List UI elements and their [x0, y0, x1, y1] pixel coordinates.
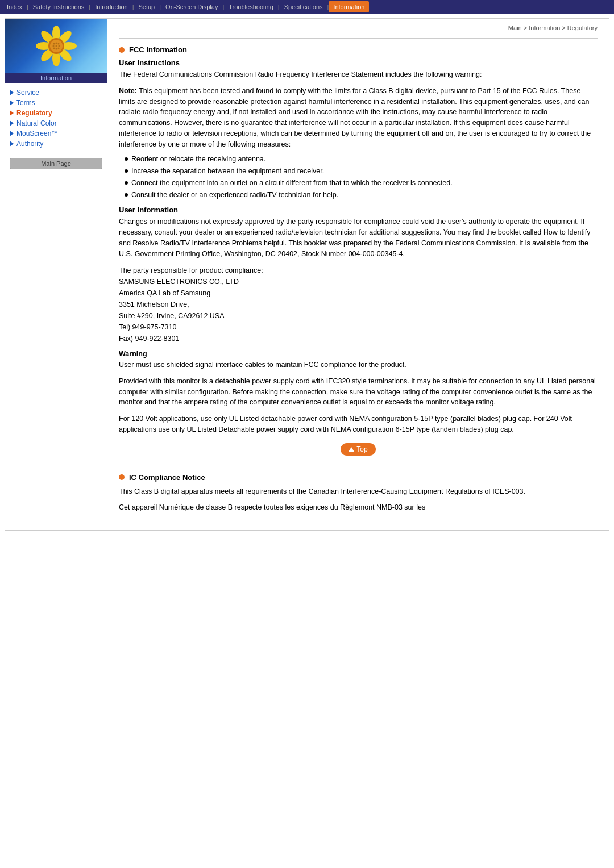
bullet-text: Connect the equipment into an outlet on … [131, 178, 453, 189]
sidebar-link-label: Authority [16, 140, 43, 148]
bottom-divider [119, 464, 598, 464]
bullet-dot [125, 193, 128, 197]
volt-text: For 120 Volt applications, use only UL L… [119, 414, 598, 435]
svg-point-11 [55, 42, 57, 44]
sidebar-image [5, 19, 107, 73]
sidebar-link-label: Natural Color [16, 119, 57, 127]
sidebar-link-label: Service [16, 89, 39, 97]
nav-item-safety-instructions[interactable]: Safety Instructions [28, 1, 89, 12]
content-area: Main > Information > Regulatory FCC Info… [107, 19, 609, 530]
arrow-icon [10, 100, 14, 106]
svg-point-12 [57, 43, 59, 44]
address-fax: Fax) 949-922-8301 [119, 333, 598, 344]
top-button[interactable]: Top [341, 443, 375, 456]
nav-item-setup[interactable]: Setup [134, 1, 159, 12]
nav-item-introduction[interactable]: Introduction [90, 1, 132, 12]
bullet-item: Consult the dealer or an experienced rad… [125, 190, 598, 201]
ic-section-header: IC Compliance Notice [119, 473, 598, 482]
arrow-icon [10, 141, 14, 147]
nav-item-troubleshooting[interactable]: Troubleshooting [224, 1, 277, 12]
fcc-title: FCC Information [129, 45, 187, 54]
warning-block: Warning User must use shielded signal in… [119, 349, 598, 370]
warning-text: User must use shielded signal interface … [119, 361, 406, 369]
bullet-text: Reorient or relocate the receiving anten… [131, 154, 265, 165]
fcc-section-header: FCC Information [119, 45, 598, 54]
party-block: The party responsible for product compli… [119, 265, 598, 344]
fcc-bullet-list: Reorient or relocate the receiving anten… [125, 154, 598, 200]
svg-point-18 [57, 47, 59, 49]
nav-item-specifications[interactable]: Specifications [280, 1, 327, 12]
nav-item-on-screen-display[interactable]: On-Screen Display [161, 1, 222, 12]
nav-item-index[interactable]: Index [2, 1, 27, 12]
bullet-text: Increase the separation between the equi… [131, 166, 324, 177]
sidebar-link-service[interactable]: Service [5, 87, 107, 98]
ic-title: IC Compliance Notice [129, 473, 205, 482]
fcc-bullet [119, 47, 125, 53]
sidebar-link-authority[interactable]: Authority [5, 139, 107, 149]
main-page-button[interactable]: Main Page [10, 158, 102, 169]
note-body: This equipment has been tested and found… [119, 87, 591, 148]
sidebar: Information ServiceTermsRegulatoryNatura… [5, 19, 107, 530]
power-cord-text: Provided with this monitor is a detachab… [119, 376, 598, 408]
bullet-dot [125, 169, 128, 173]
svg-point-16 [53, 47, 55, 49]
address-line2: 3351 Michelson Drive, [119, 299, 598, 310]
note-text: Note: This equipment has been tested and… [119, 86, 598, 150]
company-name: SAMSUNG ELECTRONICS CO., LTD [119, 276, 598, 287]
bullet-dot [125, 157, 128, 161]
bullet-item: Connect the equipment into an outlet on … [125, 178, 598, 189]
note-prefix: Note: [119, 87, 137, 95]
address-line3: Suite #290, Irvine, CA92612 USA [119, 310, 598, 322]
top-divider [119, 38, 598, 39]
user-instructions-text: The Federal Communications Commission Ra… [119, 69, 598, 80]
sidebar-link-natural-color[interactable]: Natural Color [5, 118, 107, 128]
bullet-dot [125, 181, 128, 185]
bullet-item: Increase the separation between the equi… [125, 166, 598, 177]
user-instructions-title: User Instructions [119, 59, 598, 67]
ic-text1: This Class B digital apparatus meets all… [119, 486, 598, 497]
flower-decoration [34, 23, 79, 69]
warning-label: Warning [119, 350, 147, 358]
sidebar-link-label: Terms [16, 99, 35, 107]
top-arrow-icon [349, 447, 354, 452]
address-tel: Tel) 949-975-7310 [119, 322, 598, 333]
svg-point-15 [58, 45, 60, 47]
sidebar-link-mouscreen-[interactable]: MouScreen™ [5, 128, 107, 139]
party-text: The party responsible for product compli… [119, 265, 598, 276]
user-info-title: User Information [119, 206, 598, 214]
svg-point-13 [52, 45, 54, 47]
arrow-icon [10, 120, 14, 126]
arrow-icon [10, 90, 14, 95]
ic-text2: Cet appareil Numérique de classe B respe… [119, 502, 598, 513]
svg-point-14 [55, 45, 57, 47]
bullet-item: Reorient or relocate the receiving anten… [125, 154, 598, 165]
nav-item-information[interactable]: Information [329, 1, 369, 12]
top-button-label: Top [356, 445, 367, 453]
sidebar-link-label: Regulatory [16, 109, 52, 117]
sidebar-link-terms[interactable]: Terms [5, 98, 107, 108]
address-line1: America QA Lab of Samsung [119, 287, 598, 299]
breadcrumb: Main > Information > Regulatory [119, 24, 598, 31]
user-info-text: Changes or modifications not expressly a… [119, 216, 598, 259]
sidebar-link-regulatory[interactable]: Regulatory [5, 108, 107, 118]
bullet-text: Consult the dealer or an experienced rad… [131, 190, 338, 201]
sidebar-nav: ServiceTermsRegulatoryNatural ColorMouSc… [5, 83, 107, 153]
top-button-wrap: Top [119, 443, 598, 456]
main-wrapper: Information ServiceTermsRegulatoryNatura… [5, 18, 609, 531]
arrow-icon [10, 110, 14, 116]
sidebar-link-label: MouScreen™ [16, 130, 58, 137]
svg-point-10 [53, 43, 55, 44]
arrow-icon [10, 131, 14, 136]
sidebar-label: Information [5, 73, 107, 83]
top-navigation: const navData = JSON.parse(document.getE… [0, 0, 614, 14]
ic-bullet [119, 474, 125, 480]
svg-point-17 [55, 48, 57, 49]
